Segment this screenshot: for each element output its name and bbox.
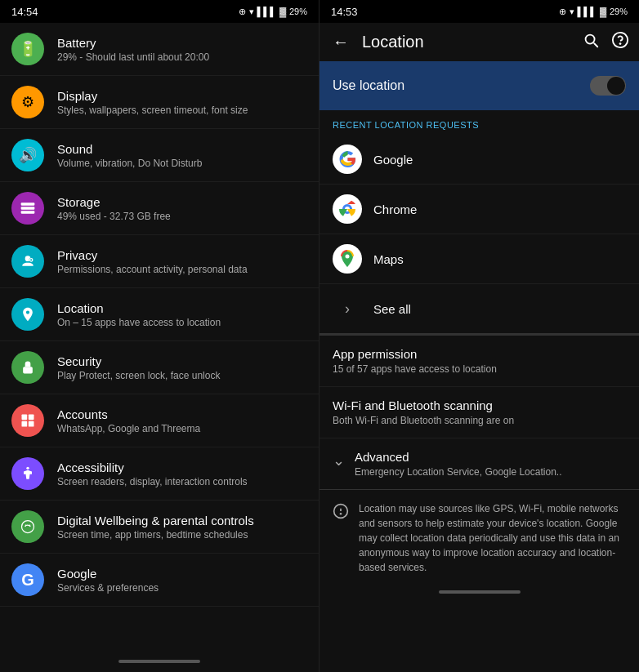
battery-subtitle: 29% - Should last until about 20:00 [57, 51, 307, 63]
disclaimer-text: Location may use sources like GPS, Wi-Fi… [359, 501, 626, 575]
info-icon [333, 503, 349, 523]
battery-title: Battery [57, 36, 307, 50]
privacy-text: Privacy Permissions, account activity, p… [57, 248, 307, 275]
sidebar-item-battery[interactable]: 🔋 Battery 29% - Should last until about … [0, 23, 319, 76]
chevron-right-icon: › [333, 294, 362, 323]
right-wifi-icon: ▾ [570, 7, 574, 17]
display-text: Display Styles, wallpapers, screen timeo… [57, 89, 307, 116]
app-item-google[interactable]: Google [320, 135, 639, 185]
toggle-knob [607, 77, 625, 95]
wifi-bluetooth-subtitle: Both Wi-Fi and Bluetooth scanning are on [333, 415, 626, 426]
see-all-item[interactable]: › See all [320, 284, 639, 336]
battery-icon: ▓ [279, 7, 286, 16]
left-panel: 14:54 ⊕ ▾ ▌▌▌ ▓ 29% 🔋 Battery 29% - Shou… [0, 0, 320, 672]
svg-point-11 [26, 467, 29, 470]
sidebar-item-google[interactable]: G Google Services & preferences [0, 554, 319, 607]
svg-point-19 [346, 255, 350, 259]
location-icon-circle [11, 298, 44, 331]
signal-icon: ▌▌▌ [257, 7, 276, 16]
sound-icon-circle: 🔊 [11, 139, 44, 171]
right-time: 14:53 [331, 6, 358, 18]
app-permission-title: App permission [333, 347, 626, 361]
privacy-title: Privacy [57, 248, 307, 262]
svg-point-14 [29, 525, 31, 527]
wifi-bluetooth-row[interactable]: Wi-Fi and Bluetooth scanning Both Wi-Fi … [320, 387, 639, 438]
location-text: Location On – 15 apps have access to loc… [57, 301, 307, 328]
accessibility-title: Accessibility [57, 461, 307, 474]
sidebar-item-sound[interactable]: 🔊 Sound Volume, vibration, Do Not Distur… [0, 129, 319, 182]
location-subtitle: On – 15 apps have access to location [57, 317, 307, 328]
sidebar-item-storage[interactable]: Storage 49% used - 32.73 GB free [0, 182, 319, 235]
use-location-row[interactable]: Use location [320, 61, 639, 110]
accounts-icon-circle [11, 404, 44, 437]
left-status-icons: ⊕ ▾ ▌▌▌ ▓ 29% [239, 7, 307, 17]
security-title: Security [57, 354, 307, 368]
location-title: Location [57, 301, 307, 315]
left-time: 14:54 [11, 6, 38, 18]
search-button[interactable] [582, 31, 600, 53]
security-icon-circle [11, 351, 44, 384]
left-bottom-bar [0, 656, 319, 672]
maps-app-icon [333, 244, 362, 274]
google-icon-circle: G [11, 563, 44, 596]
app-item-maps[interactable]: Maps [320, 234, 639, 284]
use-location-label: Use location [333, 78, 404, 93]
storage-icon-circle [11, 192, 44, 225]
storage-text: Storage 49% used - 32.73 GB free [57, 195, 307, 222]
right-battery-icon: ▓ [600, 7, 606, 16]
right-vibrate-icon: ⊕ [559, 7, 566, 17]
advanced-chevron-icon: ⌄ [333, 452, 345, 470]
security-text: Security Play Protect, screen lock, face… [57, 354, 307, 381]
svg-rect-0 [21, 202, 35, 205]
left-battery-pct: 29% [289, 7, 307, 16]
google-app-name: Google [373, 153, 413, 167]
wifi-icon: ▾ [249, 7, 254, 17]
back-button[interactable]: ← [329, 29, 352, 55]
help-button[interactable] [611, 31, 629, 53]
google-text: Google Services & preferences [57, 567, 307, 594]
accounts-text: Accounts WhatsApp, Google and Threema [57, 407, 307, 434]
sidebar-item-security[interactable]: Security Play Protect, screen lock, face… [0, 341, 319, 394]
google-app-icon [333, 145, 362, 174]
right-battery-pct: 29% [610, 7, 628, 16]
google-title: Google [57, 567, 307, 581]
svg-point-5 [30, 259, 33, 261]
sound-title: Sound [57, 142, 307, 156]
battery-icon-circle: 🔋 [11, 33, 44, 65]
svg-rect-6 [23, 367, 33, 373]
left-nav-pill [118, 660, 200, 663]
advanced-row[interactable]: ⌄ Advanced Emergency Location Service, G… [320, 438, 639, 490]
see-all-label: See all [373, 302, 411, 316]
advanced-text: Advanced Emergency Location Service, Goo… [355, 450, 561, 478]
google-subtitle: Services & preferences [57, 582, 307, 594]
advanced-title: Advanced [355, 450, 561, 464]
app-item-chrome[interactable]: Chrome [320, 185, 639, 234]
right-status-icons: ⊕ ▾ ▌▌▌ ▓ 29% [559, 7, 628, 17]
digital-wellbeing-title: Digital Wellbeing & parental controls [57, 514, 307, 527]
privacy-subtitle: Permissions, account activity, personal … [57, 264, 307, 275]
sound-subtitle: Volume, vibration, Do Not Disturb [57, 158, 307, 169]
sidebar-item-digital-wellbeing[interactable]: Digital Wellbeing & parental controls Sc… [0, 501, 319, 554]
sidebar-item-privacy[interactable]: Privacy Permissions, account activity, p… [0, 235, 319, 288]
svg-rect-10 [29, 421, 34, 427]
svg-rect-8 [29, 415, 34, 421]
accessibility-text: Accessibility Screen readers, display, i… [57, 461, 307, 487]
right-status-bar: 14:53 ⊕ ▾ ▌▌▌ ▓ 29% [320, 0, 639, 23]
sidebar-item-location[interactable]: Location On – 15 apps have access to loc… [0, 288, 319, 341]
digital-wellbeing-icon-circle [11, 510, 44, 543]
sidebar-item-accounts[interactable]: Accounts WhatsApp, Google and Threema [0, 394, 319, 447]
maps-app-name: Maps [373, 252, 404, 266]
advanced-subtitle: Emergency Location Service, Google Locat… [355, 466, 561, 478]
sidebar-item-display[interactable]: ⚙ Display Styles, wallpapers, screen tim… [0, 76, 319, 129]
sound-text: Sound Volume, vibration, Do Not Disturb [57, 142, 307, 169]
svg-rect-7 [22, 415, 28, 421]
use-location-toggle[interactable] [590, 76, 626, 96]
sidebar-item-accessibility[interactable]: Accessibility Screen readers, display, i… [0, 447, 319, 501]
vibrate-icon: ⊕ [239, 7, 246, 17]
header-icons [582, 31, 629, 53]
app-permission-row[interactable]: App permission 15 of 57 apps have access… [320, 336, 639, 387]
chrome-app-name: Chrome [373, 202, 417, 216]
disclaimer-row: Location may use sources like GPS, Wi-Fi… [320, 490, 639, 586]
chrome-app-icon [333, 194, 362, 224]
battery-text: Battery 29% - Should last until about 20… [57, 36, 307, 63]
